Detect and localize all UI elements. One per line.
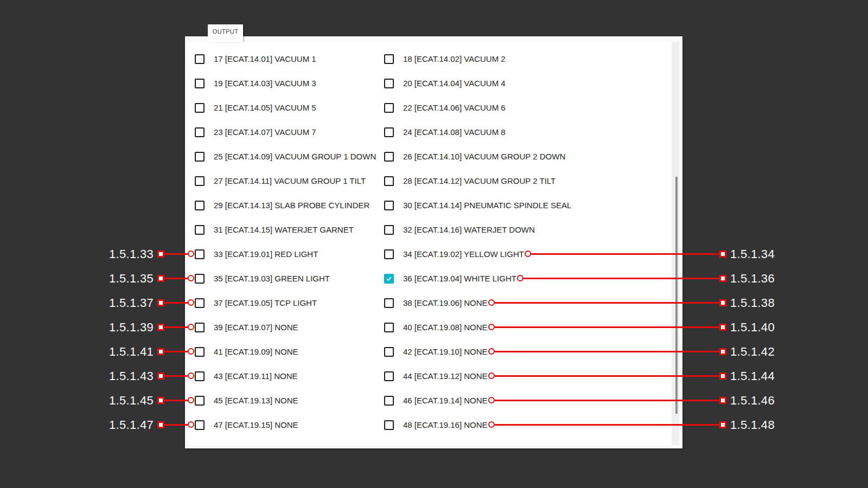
checkbox-29[interactable] [195, 201, 205, 210]
checkbox-47[interactable] [195, 420, 205, 430]
checkbox-20[interactable] [384, 79, 394, 88]
output-row-label-26: 26 [ECAT.14.10] VACUUM GROUP 2 DOWN [403, 152, 565, 161]
output-row-19[interactable]: 19 [ECAT.14.03] VACUUM 3 [189, 71, 378, 95]
checkbox-40[interactable] [384, 323, 394, 332]
output-row-label-33: 33 [ECAT.19.01] RED LIGHT [214, 249, 318, 259]
output-panel-content: 17 [ECAT.14.01] VACUUM 118 [ECAT.14.02] … [189, 42, 679, 445]
output-row-31[interactable]: 31 [ECAT.14.15] WATERJET GARNET [189, 217, 378, 242]
annotation-line-39 [164, 326, 188, 328]
output-row-label-27: 27 [ECAT.14.11] VACUUM GROUP 1 TILT [214, 176, 366, 185]
output-row-label-44: 44 [ECAT.19.12] NONE [403, 371, 488, 381]
annotation-label-48: 1.5.1.48 [730, 418, 775, 433]
output-row-36[interactable]: 36 [ECAT.19.04] WHITE LIGHT [378, 266, 679, 291]
annotation-square-marker-35 [157, 275, 164, 282]
annotation-line-35 [164, 278, 188, 279]
vertical-scrollbar[interactable] [672, 42, 679, 445]
output-row-label-17: 17 [ECAT.14.01] VACUUM 1 [214, 54, 316, 63]
checkbox-19[interactable] [195, 79, 205, 88]
output-row-label-22: 22 [ECAT.14.06] VACUUM 6 [403, 103, 506, 112]
checkbox-22[interactable] [384, 103, 394, 113]
output-row-23[interactable]: 23 [ECAT.14.07] VACUUM 7 [189, 120, 378, 144]
output-row-label-47: 47 [ECAT.19.15] NONE [214, 420, 298, 429]
output-row-44[interactable]: 44 [ECAT.19.12] NONE [378, 364, 679, 388]
scrollbar-thumb[interactable] [675, 177, 678, 414]
checkbox-48[interactable] [384, 420, 394, 430]
output-row-label-21: 21 [ECAT.14.05] VACUUM 5 [214, 103, 316, 112]
output-row-37[interactable]: 37 [ECAT.19.05] TCP LIGHT [189, 291, 378, 315]
output-row-label-42: 42 [ECAT.19.10] NONE [403, 347, 488, 356]
checkbox-25[interactable] [195, 152, 205, 162]
checkbox-24[interactable] [384, 127, 394, 137]
annotation-label-44: 1.5.1.44 [730, 369, 775, 384]
output-row-45[interactable]: 45 [ECAT.19.13] NONE [189, 388, 378, 413]
checkbox-38[interactable] [384, 298, 394, 308]
checkbox-43[interactable] [195, 371, 205, 381]
annotation-label-39: 1.5.1.39 [109, 320, 154, 335]
output-row-label-31: 31 [ECAT.14.15] WATERJET GARNET [214, 225, 354, 234]
tab-output[interactable]: OUTPUT [208, 24, 243, 42]
output-row-24[interactable]: 24 [ECAT.14.08] VACUUM 8 [378, 120, 679, 144]
checkbox-27[interactable] [195, 176, 205, 186]
output-row-41[interactable]: 41 [ECAT.19.09] NONE [189, 339, 378, 364]
output-row-39[interactable]: 39 [ECAT.19.07] NONE [189, 315, 378, 339]
output-row-47[interactable]: 47 [ECAT.19.15] NONE [189, 413, 378, 437]
output-row-43[interactable]: 43 [ECAT.19.11] NONE [189, 364, 378, 388]
checkbox-35[interactable] [195, 274, 205, 284]
output-panel: 17 [ECAT.14.01] VACUUM 118 [ECAT.14.02] … [185, 36, 682, 448]
annotation-line-37 [164, 302, 188, 304]
output-row-20[interactable]: 20 [ECAT.14.04] VACUUM 4 [378, 71, 679, 95]
checkbox-34[interactable] [384, 249, 394, 259]
checkbox-33[interactable] [195, 249, 205, 259]
output-row-33[interactable]: 33 [ECAT.19.01] RED LIGHT [189, 242, 378, 266]
output-row-38[interactable]: 38 [ECAT.19.06] NONE [378, 291, 679, 315]
annotation-line-33 [164, 253, 188, 255]
output-row-48[interactable]: 48 [ECAT.19.16] NONE [378, 413, 679, 437]
checkbox-30[interactable] [384, 201, 394, 210]
output-row-label-38: 38 [ECAT.19.06] NONE [403, 298, 488, 307]
checkmark-icon [385, 275, 393, 282]
checkbox-18[interactable] [384, 54, 394, 64]
output-row-25[interactable]: 25 [ECAT.14.09] VACUUM GROUP 1 DOWN [189, 144, 378, 169]
checkbox-41[interactable] [195, 347, 205, 357]
output-row-29[interactable]: 29 [ECAT.14.13] SLAB PROBE CYLINDER [189, 193, 378, 217]
output-row-32[interactable]: 32 [ECAT.14.16] WATERJET DOWN [378, 217, 679, 242]
output-row-34[interactable]: 34 [ECAT.19.02] YELLOW LIGHT [378, 242, 679, 266]
output-row-26[interactable]: 26 [ECAT.14.10] VACUUM GROUP 2 DOWN [378, 144, 679, 169]
output-row-42[interactable]: 42 [ECAT.19.10] NONE [378, 339, 679, 364]
checkbox-44[interactable] [384, 371, 394, 381]
output-row-label-25: 25 [ECAT.14.09] VACUUM GROUP 1 DOWN [214, 152, 376, 161]
checkbox-28[interactable] [384, 176, 394, 186]
checkbox-32[interactable] [384, 225, 394, 235]
checkbox-26[interactable] [384, 152, 394, 162]
output-row-label-43: 43 [ECAT.19.11] NONE [214, 371, 298, 381]
annotation-label-36: 1.5.1.36 [730, 271, 775, 286]
checkbox-39[interactable] [195, 323, 205, 332]
output-row-21[interactable]: 21 [ECAT.14.05] VACUUM 5 [189, 95, 378, 120]
checkbox-21[interactable] [195, 103, 205, 113]
annotation-square-marker-43 [157, 373, 164, 380]
checkbox-45[interactable] [195, 396, 205, 406]
output-row-35[interactable]: 35 [ECAT.19.03] GREEN LIGHT [189, 266, 378, 291]
checkbox-23[interactable] [195, 127, 205, 137]
output-row-18[interactable]: 18 [ECAT.14.02] VACUUM 2 [378, 47, 679, 71]
output-row-label-36: 36 [ECAT.19.04] WHITE LIGHT [403, 274, 516, 283]
annotation-square-marker-44 [719, 373, 726, 380]
checkbox-31[interactable] [195, 225, 205, 235]
output-row-label-35: 35 [ECAT.19.03] GREEN LIGHT [214, 274, 330, 283]
checkbox-46[interactable] [384, 396, 394, 406]
checkbox-17[interactable] [195, 54, 205, 64]
checkbox-checked-36[interactable] [384, 274, 394, 284]
output-row-46[interactable]: 46 [ECAT.19.14] NONE [378, 388, 679, 413]
output-row-30[interactable]: 30 [ECAT.14.14] PNEUMATIC SPINDLE SEAL [378, 193, 679, 217]
output-row-label-29: 29 [ECAT.14.13] SLAB PROBE CYLINDER [214, 201, 369, 210]
checkbox-37[interactable] [195, 298, 205, 308]
annotation-label-33: 1.5.1.33 [109, 247, 154, 262]
output-row-22[interactable]: 22 [ECAT.14.06] VACUUM 6 [378, 95, 679, 120]
annotation-label-42: 1.5.1.42 [730, 344, 775, 359]
output-row-28[interactable]: 28 [ECAT.14.12] VACUUM GROUP 2 TILT [378, 169, 679, 193]
output-row-40[interactable]: 40 [ECAT.19.08] NONE [378, 315, 679, 339]
checkbox-42[interactable] [384, 347, 394, 357]
output-row-17[interactable]: 17 [ECAT.14.01] VACUUM 1 [189, 47, 378, 71]
output-row-label-40: 40 [ECAT.19.08] NONE [403, 323, 488, 332]
output-row-27[interactable]: 27 [ECAT.14.11] VACUUM GROUP 1 TILT [189, 169, 378, 193]
